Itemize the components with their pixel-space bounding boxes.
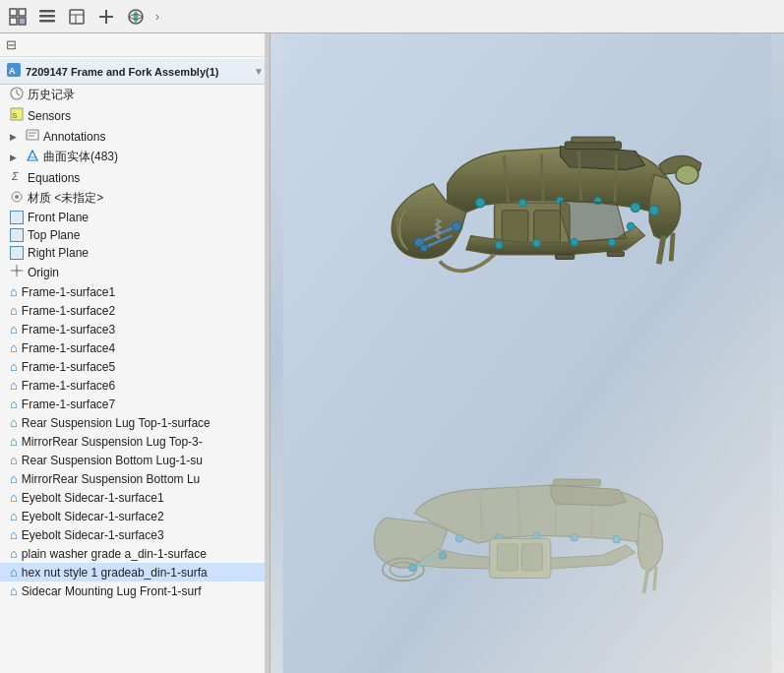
surf-feature-icon-11: ⌂: [10, 471, 18, 486]
svg-rect-2: [10, 18, 17, 25]
sidebar-item-plain-washer[interactable]: ⌂ plain washer grade a_din-1-surface: [0, 544, 270, 563]
svg-point-44: [518, 199, 526, 207]
frame-s2-label: Frame-1-surface2: [22, 304, 115, 318]
sidebar-item-mirror-rear-top[interactable]: ⌂ MirrorRear Suspension Lug Top-3-: [0, 432, 270, 451]
sidebar-item-frame-s7[interactable]: ⌂ Frame-1-surface7: [0, 395, 270, 413]
config-manager-btn[interactable]: [63, 3, 90, 31]
front-plane-label: Front Plane: [28, 211, 89, 224]
sensors-icon: S: [10, 107, 24, 124]
sidebar-item-frame-s2[interactable]: ⌂ Frame-1-surface2: [0, 301, 270, 320]
right-plane-label: Right Plane: [28, 246, 89, 260]
sidebar-item-frame-s6[interactable]: ⌂ Frame-1-surface6: [0, 376, 270, 395]
history-label: 历史记录: [28, 87, 75, 103]
svg-point-57: [649, 206, 659, 215]
surf-feature-icon-10: ⌂: [10, 453, 18, 467]
sidebar-item-sensors[interactable]: S Sensors: [0, 105, 270, 126]
eyebolt-s2-label: Eyebolt Sidecar-1-surface2: [22, 510, 164, 523]
sidebar-item-front-plane[interactable]: Front Plane: [0, 209, 270, 226]
mirror-rear-bottom-label: MirrorRear Suspension Bottom Lu: [22, 472, 200, 486]
sidebar-item-eyebolt-s2[interactable]: ⌂ Eyebolt Sidecar-1-surface2: [0, 507, 270, 525]
surface-bodies-icon: [26, 149, 39, 165]
feature-manager-btn[interactable]: [4, 3, 31, 31]
viewport-3d[interactable]: [271, 33, 784, 673]
surf-feature-icon-3: ⌂: [10, 322, 18, 336]
svg-point-67: [571, 534, 578, 542]
sidebar-item-rear-susp-bottom[interactable]: ⌂ Rear Suspension Bottom Lug-1-su: [0, 451, 270, 469]
svg-line-51: [615, 153, 617, 203]
svg-point-55: [608, 238, 616, 246]
svg-text:S: S: [12, 111, 17, 120]
surf-feature-icon-6: ⌂: [10, 378, 18, 393]
sidebar-item-rear-susp-top[interactable]: ⌂ Rear Suspension Lug Top-1-surface: [0, 413, 270, 432]
surf-feature-icon-16: ⌂: [10, 565, 18, 580]
sidebar-tree[interactable]: A 7209147 Frame and Fork Assembly(1) ▼ 历…: [0, 57, 270, 673]
sidebar: ⊟ A 7209147 Frame and Fork Assembly(1) ▼…: [0, 33, 271, 673]
surf-feature-icon: ⌂: [10, 284, 18, 299]
sidebar-item-eyebolt-s3[interactable]: ⌂ Eyebolt Sidecar-1-surface3: [0, 525, 270, 544]
hex-nut-label: hex nut style 1 gradeab_din-1-surfa: [22, 566, 208, 580]
svg-point-78: [439, 552, 447, 560]
svg-text:A: A: [9, 66, 16, 76]
svg-point-52: [496, 241, 504, 249]
svg-rect-1: [19, 9, 26, 16]
sidebar-item-right-plane[interactable]: Right Plane: [0, 244, 270, 262]
svg-rect-46: [556, 255, 574, 260]
display-btn[interactable]: [122, 3, 150, 31]
right-plane-icon: [10, 246, 24, 260]
material-label: 材质 <未指定>: [28, 190, 103, 207]
model-svg: [271, 33, 784, 673]
sidebar-item-mirror-rear-bottom[interactable]: ⌂ MirrorRear Suspension Bottom Lu: [0, 469, 270, 488]
equations-label: Equations: [28, 171, 80, 185]
sidebar-item-frame-s4[interactable]: ⌂ Frame-1-surface4: [0, 338, 270, 357]
frame-s1-label: Frame-1-surface1: [22, 285, 115, 299]
front-plane-icon: [10, 211, 24, 224]
svg-rect-80: [554, 479, 601, 486]
history-icon: [10, 87, 24, 103]
sidebar-item-eyebolt-s1[interactable]: ⌂ Eyebolt Sidecar-1-surface1: [0, 488, 270, 507]
annotations-label: Annotations: [43, 130, 105, 144]
surface-bodies-expand: ▶: [10, 153, 22, 162]
sidebar-item-material[interactable]: 材质 <未指定>: [0, 188, 270, 209]
svg-point-68: [613, 535, 621, 543]
sidebar-resize-handle[interactable]: [265, 33, 270, 673]
svg-rect-75: [497, 544, 517, 571]
sidebar-item-origin[interactable]: Origin: [0, 262, 270, 282]
surf-feature-icon-9: ⌂: [10, 434, 18, 449]
svg-point-64: [455, 534, 463, 542]
surf-feature-icon-5: ⌂: [10, 359, 18, 374]
origin-icon: [10, 264, 24, 280]
add-btn[interactable]: [92, 3, 120, 31]
sidebar-item-surface-bodies[interactable]: ▶ 曲面实体(483): [0, 147, 270, 167]
top-plane-label: Top Plane: [28, 228, 80, 242]
svg-rect-20: [27, 130, 38, 140]
sidebar-item-sidecar-mounting[interactable]: ⌂ Sidecar Mounting Lug Front-1-surf: [0, 581, 270, 600]
origin-label: Origin: [28, 266, 59, 279]
svg-point-53: [533, 239, 541, 247]
svg-point-54: [571, 238, 578, 246]
sidebar-item-frame-s1[interactable]: ⌂ Frame-1-surface1: [0, 282, 270, 301]
eyebolt-s3-label: Eyebolt Sidecar-1-surface3: [22, 528, 164, 542]
rear-susp-bottom-label: Rear Suspension Bottom Lug-1-su: [22, 454, 203, 467]
svg-point-79: [409, 564, 417, 572]
svg-rect-7: [70, 10, 84, 24]
svg-point-40: [475, 198, 485, 208]
property-manager-btn[interactable]: [33, 3, 61, 31]
top-plane-icon: [10, 228, 24, 242]
svg-point-37: [452, 221, 462, 231]
surf-feature-icon-17: ⌂: [10, 583, 18, 598]
sidebar-item-frame-s3[interactable]: ⌂ Frame-1-surface3: [0, 320, 270, 338]
toolbar: ›: [0, 0, 784, 33]
sidebar-item-equations[interactable]: Σ Equations: [0, 167, 270, 188]
sidebar-filter: ⊟: [0, 33, 270, 57]
tree-root-item[interactable]: A 7209147 Frame and Fork Assembly(1) ▼: [0, 59, 270, 85]
sensors-label: Sensors: [28, 109, 71, 123]
plain-washer-label: plain washer grade a_din-1-surface: [22, 547, 207, 561]
sidebar-item-annotations[interactable]: ▶ Annotations: [0, 126, 270, 147]
sidebar-item-hex-nut[interactable]: ⌂ hex nut style 1 gradeab_din-1-surfa: [0, 563, 270, 581]
sidebar-item-history[interactable]: 历史记录: [0, 85, 270, 105]
filter-icon[interactable]: ⊟: [6, 37, 17, 52]
sidebar-item-top-plane[interactable]: Top Plane: [0, 226, 270, 244]
sidebar-item-frame-s5[interactable]: ⌂ Frame-1-surface5: [0, 357, 270, 376]
svg-point-25: [15, 195, 19, 199]
toolbar-more-btn[interactable]: ›: [151, 10, 163, 24]
